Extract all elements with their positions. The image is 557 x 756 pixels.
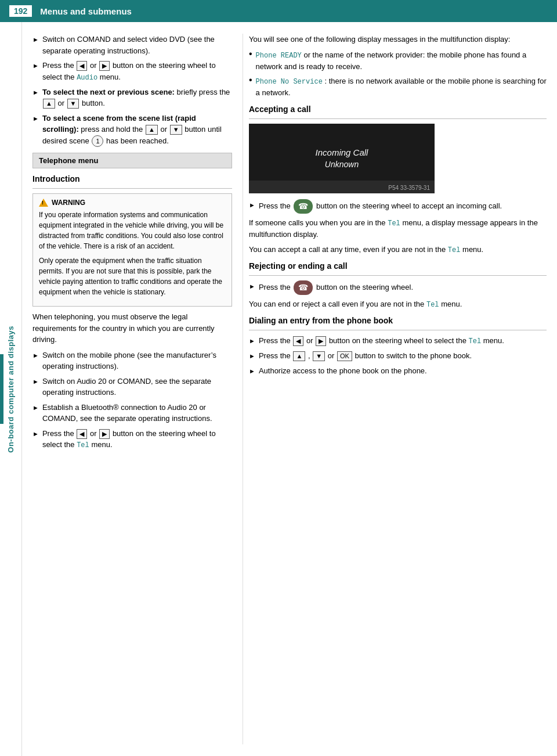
b4-or: or bbox=[160, 125, 167, 134]
reject-bullet-text: Press the ☎ button on the steering wheel… bbox=[259, 280, 547, 295]
sub-bullet-1: ► Switch on the mobile phone (see the ma… bbox=[32, 350, 232, 372]
accept-p2-code: Tel bbox=[448, 246, 461, 254]
bullet-item-4: ► To select a scene from the scene list … bbox=[32, 113, 232, 147]
pb2-ok-label: OK bbox=[340, 351, 349, 361]
reject-bullet: ► Press the ☎ button on the steering whe… bbox=[249, 280, 547, 295]
bullet-text-2: Press the ◀ or ▶ button on the steering … bbox=[42, 60, 232, 83]
pb1-left-btn: ◀ bbox=[293, 336, 303, 346]
pb1-code: Tel bbox=[469, 337, 482, 345]
accept-p1-code: Tel bbox=[388, 219, 400, 228]
right-bullet-text-2: Phone No Service : there is no network a… bbox=[256, 75, 547, 99]
b4l-left-btn: ◀ bbox=[77, 429, 87, 439]
accept-prefix: Press the bbox=[259, 201, 291, 210]
accept-p2-end: menu. bbox=[462, 245, 483, 254]
bullet-arrow-1: ► bbox=[32, 35, 39, 45]
up-button-icon-2: ▲ bbox=[146, 125, 158, 135]
right-column: You will see one of the following displa… bbox=[243, 34, 557, 744]
sub-text-1: Switch on the mobile phone (see the manu… bbox=[42, 350, 232, 372]
bullet-arrow-3: ► bbox=[32, 88, 39, 98]
b2-end: menu. bbox=[100, 73, 121, 81]
dot-icon-1: • bbox=[249, 49, 252, 59]
pb-arrow-2: ► bbox=[249, 351, 255, 361]
pb1-end: menu. bbox=[483, 336, 504, 345]
warning-box: WARNING If you operate information syste… bbox=[32, 193, 232, 307]
left-column: ► Switch on COMAND and select video DVD … bbox=[22, 34, 243, 744]
up-button-icon: ▲ bbox=[43, 99, 55, 109]
sub-bullet-2: ► Switch on Audio 20 or COMAND, see the … bbox=[32, 376, 232, 398]
phonebook-divider bbox=[249, 330, 547, 330]
header-bar: 192 Menus and submenus bbox=[0, 0, 557, 22]
bullet-text-4: To select a scene from the scene list (r… bbox=[42, 113, 232, 147]
b4l-prefix: Press the bbox=[42, 429, 74, 438]
b4l-or: or bbox=[90, 429, 97, 438]
reject-suffix: button on the steering wheel. bbox=[316, 283, 413, 291]
b3-or: or bbox=[57, 99, 64, 107]
sub-bullet-3: ► Establish a Bluetooth® connection to A… bbox=[32, 402, 232, 424]
accept-heading: Accepting a call bbox=[249, 105, 547, 114]
pb2-suffix: button to switch to the phone book. bbox=[355, 351, 472, 360]
circle-num-1: 1 bbox=[92, 135, 103, 147]
reject-para: You can end or reject a call even if you… bbox=[249, 298, 547, 310]
pb-bullet-1: ► Press the ◀ or ▶ button on the steerin… bbox=[249, 335, 547, 347]
down-button-icon-2: ▼ bbox=[170, 125, 182, 135]
incoming-call-display: Incoming Call Unknown P54 33-3579-31 bbox=[249, 124, 435, 193]
sub-text-2: Switch on Audio 20 or COMAND, see the se… bbox=[42, 376, 232, 398]
accept-suffix: button on the steering wheel to accept a… bbox=[316, 201, 502, 210]
accept-arrow: ► bbox=[249, 200, 255, 210]
display-caption: P54 33-3579-31 bbox=[388, 185, 430, 191]
pb2-or: or bbox=[328, 351, 335, 360]
b4-text: press and hold the bbox=[81, 125, 143, 134]
bullet-arrow-4: ► bbox=[32, 114, 39, 124]
b4l-menu: Tel bbox=[77, 441, 89, 449]
section-box: Telephone menu bbox=[32, 153, 232, 168]
b2-or: or bbox=[90, 61, 97, 70]
bullet-text-1: Switch on COMAND and select video DVD (s… bbox=[42, 34, 232, 56]
intro-divider bbox=[32, 188, 232, 189]
warning-para-1: If you operate information systems and c… bbox=[39, 210, 226, 251]
pb-text-2: Press the ▲ , ▼ or OK button to switch t… bbox=[259, 350, 547, 362]
bullet-item-3: ► To select the next or previous scene: … bbox=[32, 87, 232, 109]
sidebar: On-board computer and displays bbox=[0, 22, 22, 756]
sub-text-4: Press the ◀ or ▶ button on the steering … bbox=[42, 428, 232, 451]
b4-end2: has been reached. bbox=[106, 136, 169, 145]
reject-heading: Rejecting or ending a call bbox=[249, 261, 547, 271]
right-intro-text: You will see one of the following displa… bbox=[249, 34, 547, 45]
b4l-end: menu. bbox=[91, 440, 112, 449]
b4l-right-btn: ▶ bbox=[99, 429, 110, 439]
phone-no-service-code: Phone No Service bbox=[256, 78, 323, 86]
sidebar-label: On-board computer and displays bbox=[6, 326, 15, 453]
pb2-comma: , bbox=[308, 351, 310, 360]
b3-text: briefly press the bbox=[177, 88, 230, 96]
pb-bullet-2: ► Press the ▲ , ▼ or OK button to switch… bbox=[249, 350, 547, 362]
sub-text-3: Establish a Bluetooth® connection to Aud… bbox=[42, 402, 232, 424]
main-layout: On-board computer and displays ► Switch … bbox=[0, 22, 557, 756]
page-number: 192 bbox=[9, 5, 32, 17]
warning-label: WARNING bbox=[52, 199, 85, 207]
dot-icon-2: • bbox=[249, 75, 252, 85]
b3-bold: To select the next or previous scene: bbox=[42, 88, 175, 96]
pb1-or: or bbox=[306, 336, 313, 345]
pb1-right-btn: ▶ bbox=[316, 336, 326, 346]
b2-prefix: Press the bbox=[42, 61, 74, 70]
page-title: Menus and submenus bbox=[40, 6, 132, 16]
accept-p1-prefix: If someone calls you when you are in the bbox=[249, 218, 386, 227]
bullet-item-1: ► Switch on COMAND and select video DVD … bbox=[32, 34, 232, 56]
intro-heading: Introduction bbox=[32, 174, 232, 183]
sidebar-accent-bar bbox=[0, 354, 3, 424]
pb2-ok-btn: OK bbox=[337, 351, 352, 361]
reject-prefix: Press the bbox=[259, 283, 291, 291]
bullet-arrow-2: ► bbox=[32, 61, 39, 71]
accept-divider bbox=[249, 118, 547, 119]
reject-divider bbox=[249, 275, 547, 276]
display-line-1: Incoming Call bbox=[316, 147, 368, 157]
telephoning-para: When telephoning, you must observe the l… bbox=[32, 311, 232, 345]
pb2-up-btn: ▲ bbox=[293, 351, 305, 361]
reject-p-end: menu. bbox=[441, 300, 462, 308]
right-bullet-2: • Phone No Service : there is no network… bbox=[249, 75, 547, 99]
sub-arrow-4: ► bbox=[32, 429, 39, 439]
pb2-prefix: Press the bbox=[259, 351, 291, 360]
accept-p2-text: You can accept a call at any time, even … bbox=[249, 245, 446, 254]
pb2-down-btn: ▼ bbox=[313, 351, 325, 361]
reject-arrow: ► bbox=[249, 282, 255, 291]
right-bullet-text-1: Phone READY or the name of the network p… bbox=[256, 49, 547, 73]
